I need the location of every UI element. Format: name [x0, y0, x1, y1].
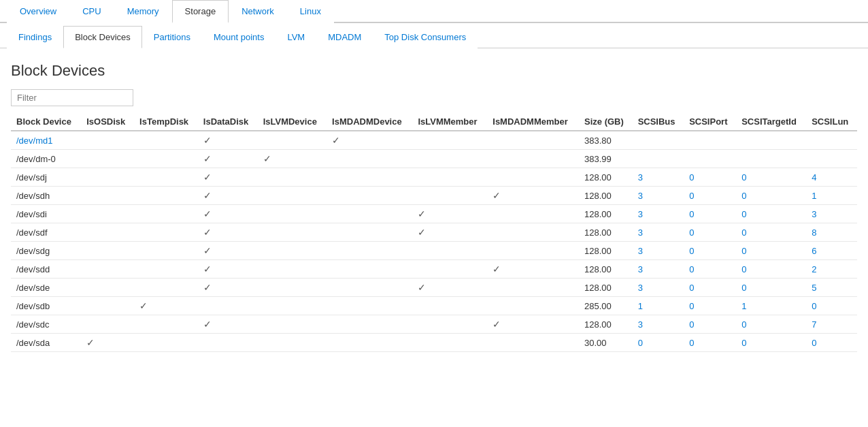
check-mark-icon: ✓: [493, 190, 501, 201]
cell-scsiTargetId: [736, 131, 806, 150]
sub-nav-tab-partitions[interactable]: Partitions: [142, 26, 202, 48]
cell-isDataDisk: ✓: [198, 223, 258, 242]
cell-isLVMDevice: [258, 168, 327, 187]
cell-scsiBus: 1: [633, 297, 684, 315]
num-value: 0: [741, 209, 746, 219]
cell-scsiPort: 0: [684, 279, 736, 297]
top-nav-tab-storage[interactable]: Storage: [172, 0, 229, 23]
num-value: 3: [638, 172, 643, 183]
check-mark-icon: ✓: [86, 337, 95, 348]
table-row: /dev/md1✓✓383.80: [11, 131, 857, 150]
cell-isMDADMDevice: [327, 297, 412, 315]
check-mark-icon: ✓: [203, 172, 212, 183]
table-body: /dev/md1✓✓383.80/dev/dm-0✓✓383.99/dev/sd…: [11, 131, 857, 352]
check-mark-icon: ✓: [203, 135, 212, 146]
cell-isOSDisk: [81, 242, 134, 260]
sub-nav-tab-block-devices[interactable]: Block Devices: [63, 26, 142, 48]
cell-isLVMDevice: [258, 279, 327, 297]
num-value: 1: [812, 191, 816, 201]
check-mark-icon: ✓: [139, 300, 148, 311]
cell-scsiPort: 0: [684, 297, 736, 315]
cell-isLVMDevice: [258, 187, 327, 205]
col-header-islvmdevice: IsLVMDevice: [258, 113, 327, 131]
num-value: 3: [638, 319, 643, 330]
cell-isTempDisk: ✓: [134, 297, 198, 315]
table-row: /dev/sdb✓285.001010: [11, 297, 857, 315]
top-nav-tab-network[interactable]: Network: [229, 0, 287, 23]
check-mark-icon: ✓: [203, 190, 212, 201]
cell-sizeGB: 383.80: [579, 131, 633, 150]
cell-isLVMMember: [412, 168, 487, 187]
block-device-link[interactable]: /dev/md1: [16, 136, 52, 146]
cell-scsiBus: 3: [633, 205, 684, 223]
cell-isMDADMMember: [487, 279, 579, 297]
cell-scsiPort: 0: [684, 334, 736, 352]
num-value: 0: [812, 338, 816, 348]
cell-isMDADMDevice: [327, 187, 412, 205]
cell-blockDevice: /dev/dm-0: [11, 150, 81, 168]
cell-sizeGB: 128.00: [579, 315, 633, 334]
cell-blockDevice[interactable]: /dev/md1: [11, 131, 81, 150]
cell-isTempDisk: [134, 131, 198, 150]
col-header-scsitargetid: SCSITargetId: [736, 113, 806, 131]
cell-scsiTargetId: 0: [736, 187, 806, 205]
sub-nav-tab-mdadm[interactable]: MDADM: [316, 26, 373, 48]
cell-isDataDisk: ✓: [198, 279, 258, 297]
table-row: /dev/sdf✓✓128.003008: [11, 223, 857, 242]
cell-isMDADMDevice: [327, 223, 412, 242]
num-value: 0: [812, 301, 816, 311]
sub-nav-tab-lvm[interactable]: LVM: [276, 26, 316, 48]
cell-sizeGB: 128.00: [579, 260, 633, 279]
cell-isDataDisk: ✓: [198, 260, 258, 279]
num-value: 0: [741, 319, 746, 330]
num-value: 0: [689, 283, 694, 293]
num-value: 3: [638, 209, 643, 219]
cell-isMDADMMember: [487, 131, 579, 150]
cell-scsiLun: 1: [806, 187, 857, 205]
num-value: 0: [689, 191, 694, 201]
num-value: 3: [638, 227, 643, 238]
cell-sizeGB: 128.00: [579, 205, 633, 223]
cell-isTempDisk: [134, 150, 198, 168]
block-devices-table: Block DeviceIsOSDiskIsTempDiskIsDataDisk…: [11, 113, 857, 352]
top-nav-tab-linux[interactable]: Linux: [287, 0, 334, 23]
top-nav-tab-memory[interactable]: Memory: [114, 0, 172, 23]
cell-scsiLun: 5: [806, 279, 857, 297]
cell-isMDADMDevice: ✓: [327, 131, 412, 150]
cell-scsiLun: 4: [806, 168, 857, 187]
cell-scsiPort: 0: [684, 168, 736, 187]
filter-input[interactable]: [11, 89, 133, 106]
col-header-ismdadmdevice: IsMDADMDevice: [327, 113, 412, 131]
cell-isDataDisk: [198, 297, 258, 315]
cell-scsiTargetId: 0: [736, 315, 806, 334]
num-value: 0: [638, 338, 643, 348]
cell-isLVMDevice: [258, 242, 327, 260]
cell-isOSDisk: [81, 297, 134, 315]
cell-scsiBus: 3: [633, 242, 684, 260]
check-mark-icon: ✓: [203, 264, 212, 274]
sub-nav-tab-mount-points[interactable]: Mount points: [202, 26, 276, 48]
cell-sizeGB: 128.00: [579, 168, 633, 187]
sub-navigation: FindingsBlock DevicesPartitionsMount poi…: [0, 26, 868, 48]
sub-nav-tab-findings[interactable]: Findings: [7, 26, 63, 48]
top-nav-tab-overview[interactable]: Overview: [7, 0, 69, 23]
col-header-block-device: Block Device: [11, 113, 81, 131]
num-value: 3: [638, 246, 643, 256]
cell-isOSDisk: [81, 150, 134, 168]
cell-isOSDisk: [81, 279, 134, 297]
cell-isMDADMDevice: [327, 334, 412, 352]
cell-isMDADMDevice: [327, 260, 412, 279]
cell-isLVMDevice: [258, 205, 327, 223]
header-row: Block DeviceIsOSDiskIsTempDiskIsDataDisk…: [11, 113, 857, 131]
cell-scsiBus: 3: [633, 168, 684, 187]
cell-isTempDisk: [134, 187, 198, 205]
check-mark-icon: ✓: [332, 135, 340, 146]
num-value: 3: [812, 209, 816, 219]
cell-scsiTargetId: 0: [736, 242, 806, 260]
cell-isMDADMDevice: [327, 242, 412, 260]
sub-nav-tab-top-disk-consumers[interactable]: Top Disk Consumers: [373, 26, 478, 48]
cell-blockDevice: /dev/sdi: [11, 205, 81, 223]
cell-blockDevice: /dev/sdj: [11, 168, 81, 187]
top-nav-tab-cpu[interactable]: CPU: [69, 0, 114, 23]
cell-isTempDisk: [134, 168, 198, 187]
